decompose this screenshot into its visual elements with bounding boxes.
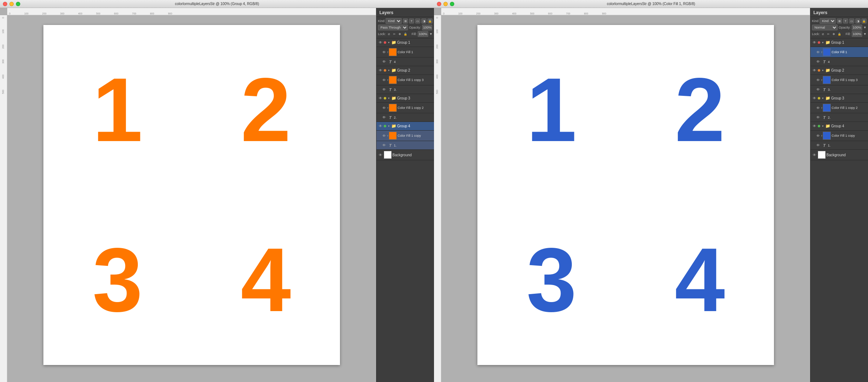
kind-select-right[interactable]: Kind	[820, 18, 836, 24]
layer-cf1c3-right[interactable]: 👁 f Color Fill 1 copy 3	[810, 75, 868, 85]
layer-name-cf1c2-right: Color Fill 1 copy 2	[831, 106, 867, 110]
visibility-eye-t3-right[interactable]: 👁	[816, 87, 821, 92]
visibility-eye-g2-right[interactable]: 👁	[812, 68, 817, 73]
layer-cf1c-right[interactable]: 👁 f Color Fill 1 copy	[810, 131, 868, 141]
adj-icon-right[interactable]: ◑	[855, 18, 860, 24]
fill-value-right[interactable]: 100%	[852, 31, 862, 37]
minimize-btn-left[interactable]	[9, 2, 14, 6]
kind-select-left[interactable]: Kind	[386, 18, 402, 24]
expand-g4-right[interactable]: ▼	[821, 124, 825, 128]
visibility-eye-cf1-left[interactable]: 👁	[382, 50, 387, 55]
left-window-controls[interactable]	[3, 2, 20, 6]
visibility-eye-t1-left[interactable]: 👁	[382, 143, 387, 148]
shape-icon-left[interactable]: ▭	[415, 18, 420, 24]
visibility-eye-cf1-right[interactable]: 👁	[816, 50, 821, 55]
layer-group1-left[interactable]: 👁 ▼ 📁 Group 1	[376, 38, 434, 47]
visibility-eye-cf1c2-left[interactable]: 👁	[382, 105, 387, 110]
maximize-btn-left[interactable]	[16, 2, 20, 6]
layer-cf1c3-left[interactable]: 👁 f Color Fill 1 copy 3	[376, 75, 434, 85]
layer-name-cf1c3-right: Color Fill 1 copy 3	[831, 78, 867, 82]
visibility-eye-g4-left[interactable]: 👁	[378, 124, 383, 129]
fill-value-left[interactable]: 100%	[418, 31, 428, 37]
visibility-eye-cf1c-right[interactable]: 👁	[816, 133, 821, 138]
visibility-eye-g3-right[interactable]: 👁	[812, 96, 817, 101]
layer-text2-right[interactable]: 👁 T 2.	[810, 113, 868, 122]
layer-cf1c2-left[interactable]: 👁 f Color Fill 1 copy 2	[376, 103, 434, 113]
blend-mode-left[interactable]: Pass Through	[378, 25, 408, 30]
visibility-eye-g1-left[interactable]: 👁	[378, 40, 383, 45]
layer-cf1c-left[interactable]: 👁 f Color Fill 1 copy	[376, 131, 434, 141]
layer-group4-left[interactable]: 👁 ▼ 📁 Group 4	[376, 122, 434, 131]
layer-colorfill1-left[interactable]: 👁 f Color Fill 1	[376, 47, 434, 58]
visibility-eye-g2-left[interactable]: 👁	[378, 68, 383, 73]
visibility-eye-t1-right[interactable]: 👁	[816, 143, 821, 148]
right-window-controls[interactable]	[437, 2, 454, 6]
layer-text4-right[interactable]: 👁 T 4	[810, 58, 868, 66]
visibility-eye-t2-left[interactable]: 👁	[382, 115, 387, 120]
layer-group3-right[interactable]: 👁 ▼ 📁 Group 3	[810, 94, 868, 103]
right-canvas-content: 1 2 3 4	[441, 15, 810, 375]
visibility-eye-cf1c3-left[interactable]: 👁	[382, 77, 387, 82]
blend-mode-right[interactable]: Normal	[812, 25, 838, 30]
expand-g2-right[interactable]: ▼	[821, 69, 825, 72]
opacity-value-right[interactable]: 100%	[852, 25, 862, 30]
layer-group2-left[interactable]: 👁 ▼ 📁 Group 2	[376, 66, 434, 75]
filter-icon-right[interactable]: ⊞	[837, 18, 842, 24]
expand-g2-left[interactable]: ▼	[387, 69, 391, 72]
right-titlebar: colorlormultipleLayersStr @ 100% (Color …	[434, 0, 868, 8]
visibility-eye-cf1c2-right[interactable]: 👁	[816, 105, 821, 110]
visibility-eye-g3-left[interactable]: 👁	[378, 96, 383, 101]
visibility-eye-cf1c-left[interactable]: 👁	[382, 133, 387, 138]
visibility-eye-t4-right[interactable]: 👁	[816, 59, 821, 64]
layer-group3-left[interactable]: 👁 ▼ 📁 Group 3	[376, 94, 434, 103]
visibility-eye-g4-right[interactable]: 👁	[812, 124, 817, 129]
visibility-eye-bg-right[interactable]: 👁	[812, 152, 817, 157]
layer-group2-right[interactable]: 👁 ▼ 📁 Group 2	[810, 66, 868, 75]
lock-icon-right2[interactable]: 🔒	[861, 18, 867, 24]
lock-all-right[interactable]: 🔒	[837, 32, 842, 36]
expand-g1-right[interactable]: ▼	[821, 41, 825, 44]
lock-position-left[interactable]: ✥	[398, 32, 402, 36]
expand-g1-left[interactable]: ▼	[387, 41, 391, 44]
layer-background-right[interactable]: 👁 Background	[810, 150, 868, 160]
visibility-eye-cf1c3-right[interactable]: 👁	[816, 77, 821, 82]
layer-text1-right[interactable]: 👁 T 1.	[810, 141, 868, 150]
filter-icon-left[interactable]: ⊞	[403, 18, 408, 24]
text-icon-t2-left: T	[387, 115, 393, 120]
thumb-cf1-left	[389, 48, 397, 56]
expand-g3-right[interactable]: ▼	[821, 97, 825, 100]
layer-text3-right[interactable]: 👁 T 3.	[810, 85, 868, 94]
lock-image-left[interactable]: ✏	[392, 32, 397, 36]
layer-text2-left[interactable]: 👁 T 2.	[376, 113, 434, 122]
lock-position-right[interactable]: ✥	[832, 32, 836, 36]
layer-text3-left[interactable]: 👁 T 3.	[376, 85, 434, 94]
visibility-eye-t3-left[interactable]: 👁	[382, 87, 387, 92]
layer-colorfill1-right[interactable]: 👁 f Color Fill 1	[810, 47, 868, 58]
adj-icon-left[interactable]: ◑	[421, 18, 426, 24]
layer-cf1c2-right[interactable]: 👁 f Color Fill 1 copy 2	[810, 103, 868, 113]
layer-text4-left[interactable]: 👁 T 4	[376, 58, 434, 66]
visibility-eye-t2-right[interactable]: 👁	[816, 115, 821, 120]
visibility-eye-g1-right[interactable]: 👁	[812, 40, 817, 45]
layer-group1-right[interactable]: 👁 ▼ 📁 Group 1	[810, 38, 868, 47]
close-btn-right[interactable]	[437, 2, 441, 6]
layer-group4-right[interactable]: 👁 ▼ 📁 Group 4	[810, 122, 868, 131]
layer-text1-left[interactable]: 👁 T 1.	[376, 141, 434, 150]
close-btn-left[interactable]	[3, 2, 7, 6]
lock-image-right[interactable]: ✏	[826, 32, 831, 36]
px-icon-right[interactable]: T	[843, 18, 848, 24]
maximize-btn-right[interactable]	[450, 2, 454, 6]
expand-g3-left[interactable]: ▼	[387, 97, 391, 100]
layer-background-left[interactable]: 👁 Background	[376, 150, 434, 160]
visibility-eye-t4-left[interactable]: 👁	[382, 59, 387, 64]
shape-icon-right[interactable]: ▭	[849, 18, 854, 24]
lock-transparent-right[interactable]: ⊘	[821, 32, 825, 36]
expand-g4-left[interactable]: ▼	[387, 124, 391, 128]
lock-icon-left2[interactable]: 🔒	[427, 18, 433, 24]
visibility-eye-bg-left[interactable]: 👁	[378, 152, 383, 157]
lock-all-left[interactable]: 🔒	[403, 32, 408, 36]
minimize-btn-right[interactable]	[443, 2, 448, 6]
lock-transparent-left[interactable]: ⊘	[387, 32, 391, 36]
opacity-value-left[interactable]: 100%	[422, 25, 432, 30]
px-icon-left[interactable]: T	[409, 18, 414, 24]
